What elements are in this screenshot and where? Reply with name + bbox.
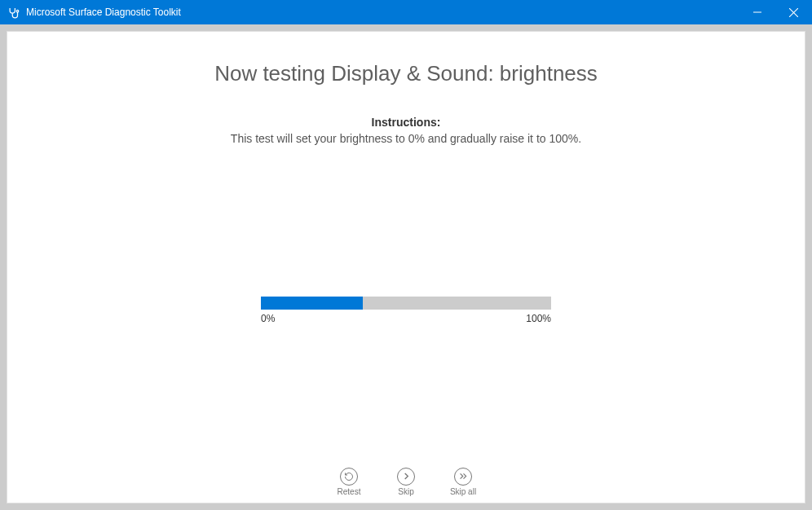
retest-button[interactable]: Retest <box>329 468 369 496</box>
titlebar: Microsoft Surface Diagnostic Toolkit <box>0 0 812 24</box>
progress-labels: 0% 100% <box>261 313 551 324</box>
progress-min-label: 0% <box>261 313 275 324</box>
retest-icon <box>340 468 358 486</box>
window-body: Now testing Display & Sound: brightness … <box>0 24 812 510</box>
instructions-text: This test will set your brightness to 0%… <box>231 132 581 145</box>
window-controls <box>739 0 812 24</box>
skip-all-icon <box>454 468 472 486</box>
content-card: Now testing Display & Sound: brightness … <box>7 31 805 503</box>
footer-actions: Retest Skip Skip all <box>7 462 805 503</box>
window-title: Microsoft Surface Diagnostic Toolkit <box>26 7 181 18</box>
svg-point-0 <box>16 10 19 12</box>
main-content: Now testing Display & Sound: brightness … <box>7 32 805 462</box>
skip-icon <box>397 468 415 486</box>
progress-fill <box>261 297 363 310</box>
skip-all-button[interactable]: Skip all <box>443 468 483 496</box>
skip-button[interactable]: Skip <box>386 468 426 496</box>
progress-max-label: 100% <box>526 313 551 324</box>
close-button[interactable] <box>775 0 812 24</box>
stethoscope-icon <box>7 6 20 19</box>
progress-bar <box>261 297 551 310</box>
progress-container: 0% 100% <box>261 297 551 324</box>
retest-label: Retest <box>338 487 361 496</box>
page-title: Now testing Display & Sound: brightness <box>214 61 598 86</box>
skip-all-label: Skip all <box>450 487 476 496</box>
instructions-label: Instructions: <box>372 116 441 129</box>
skip-label: Skip <box>398 487 413 496</box>
minimize-button[interactable] <box>739 0 775 24</box>
